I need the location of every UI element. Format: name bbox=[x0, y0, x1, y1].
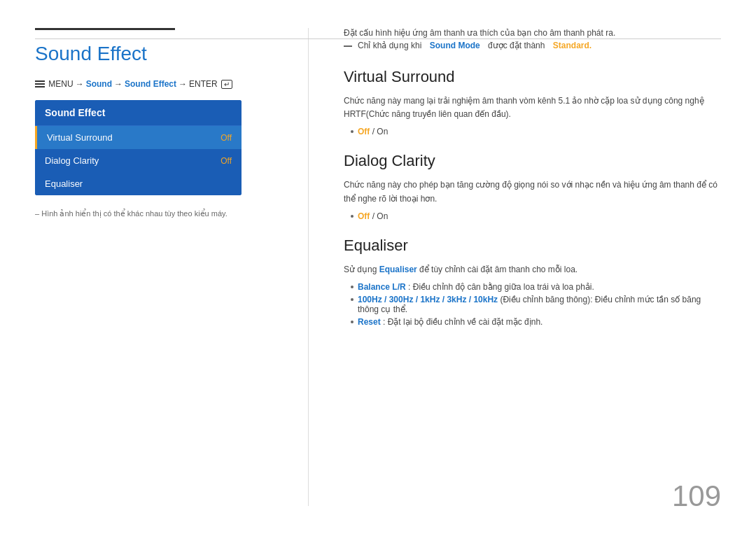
note-sound-mode: Sound Mode bbox=[430, 41, 480, 50]
breadcrumb-sep1: → bbox=[76, 79, 84, 89]
breadcrumb-sound: Sound bbox=[86, 79, 112, 89]
bullet-dot-icon3 bbox=[351, 286, 354, 288]
dialog-clarity-desc: Chức năng này cho phép bạn tăng cường độ… bbox=[344, 178, 721, 205]
dialog-clarity-title: Dialog Clarity bbox=[344, 152, 721, 170]
breadcrumb-enter-label: ENTER bbox=[189, 79, 218, 89]
note-middle: được đặt thành bbox=[488, 41, 545, 50]
breadcrumb-sep2: → bbox=[114, 79, 122, 89]
note-prefix: Chỉ khả dụng khi bbox=[358, 41, 421, 50]
equaliser-bullet-reset: Reset : Đặt lại bộ điều chỉnh về cài đặt… bbox=[351, 317, 721, 327]
equaliser-bullet-balance: Balance L/R : Điều chỉnh độ cân bằng giữ… bbox=[351, 282, 721, 292]
page-number: 109 bbox=[672, 479, 721, 513]
dialog-clarity-off: Off / On bbox=[358, 211, 388, 221]
virtual-surround-title: Virtual Surround bbox=[344, 68, 721, 86]
top-divider bbox=[35, 38, 721, 39]
bullet-dot-icon4 bbox=[351, 298, 354, 301]
dialog-clarity-label: Dialog Clarity bbox=[45, 155, 99, 166]
virtual-surround-off: Off / On bbox=[358, 127, 388, 136]
dialog-clarity-value: Off bbox=[220, 156, 232, 166]
dash-icon bbox=[344, 45, 352, 47]
equaliser-label: Equaliser bbox=[45, 178, 83, 189]
bullet-dot-icon bbox=[351, 130, 354, 133]
right-column: Đặt cấu hình hiệu ứng âm thanh ưa thích … bbox=[309, 28, 721, 506]
menu-item-virtual-surround[interactable]: Virtual Surround Off bbox=[35, 126, 241, 149]
breadcrumb-sound-effect: Sound Effect bbox=[125, 79, 176, 89]
intro-text: Đặt cấu hình hiệu ứng âm thanh ưa thích … bbox=[344, 28, 721, 38]
section-dialog-clarity: Dialog Clarity Chức năng này cho phép bạ… bbox=[344, 152, 721, 220]
equaliser-balance-text: Balance L/R : Điều chỉnh độ cân bằng giữ… bbox=[358, 282, 594, 292]
virtual-surround-label: Virtual Surround bbox=[47, 132, 113, 143]
section-virtual-surround: Virtual Surround Chức năng này mang lại … bbox=[344, 68, 721, 136]
virtual-surround-bullet: Off / On bbox=[351, 127, 721, 136]
footnote: Hình ảnh hiển thị có thể khác nhau tùy t… bbox=[35, 209, 280, 218]
section-equaliser: Equaliser Sử dụng Equaliser để tùy chỉnh… bbox=[344, 237, 721, 327]
breadcrumb-sep3: → bbox=[178, 79, 187, 89]
bullet-dot-icon2 bbox=[351, 215, 354, 218]
page-title: Sound Effect bbox=[35, 43, 280, 65]
equaliser-freq-text: 100Hz / 300Hz / 1kHz / 3kHz / 10kHz (Điề… bbox=[358, 295, 721, 314]
bullet-dot-icon5 bbox=[351, 321, 354, 323]
menu-item-equaliser[interactable]: Equaliser bbox=[35, 172, 241, 195]
equaliser-title: Equaliser bbox=[344, 237, 721, 255]
virtual-surround-value: Off bbox=[220, 133, 232, 143]
menu-label: MENU bbox=[35, 79, 74, 89]
equaliser-bullet-freq: 100Hz / 300Hz / 1kHz / 3kHz / 10kHz (Điề… bbox=[351, 295, 721, 314]
equaliser-reset-text: Reset : Đặt lại bộ điều chỉnh về cài đặt… bbox=[358, 317, 542, 327]
menu-item-dialog-clarity[interactable]: Dialog Clarity Off bbox=[35, 149, 241, 172]
left-column: Sound Effect MENU → Sound → Sound Effect… bbox=[35, 28, 301, 506]
menu-icon bbox=[35, 80, 45, 88]
note-standard: Standard. bbox=[553, 41, 592, 50]
note-text: Chỉ khả dụng khi Sound Mode được đặt thà… bbox=[344, 41, 721, 50]
breadcrumb: MENU → Sound → Sound Effect → ENTER bbox=[35, 79, 280, 89]
virtual-surround-desc: Chức năng này mang lại trải nghiệm âm th… bbox=[344, 94, 721, 121]
menu-box-header: Sound Effect bbox=[35, 100, 241, 126]
dialog-clarity-bullet: Off / On bbox=[351, 211, 721, 221]
enter-icon bbox=[221, 80, 232, 89]
equaliser-desc: Sử dụng Equaliser để tùy chỉnh cài đặt â… bbox=[344, 263, 721, 276]
equaliser-highlight: Equaliser bbox=[379, 265, 417, 274]
title-accent-line bbox=[35, 28, 175, 30]
sound-effect-menu: Sound Effect Virtual Surround Off Dialog… bbox=[35, 100, 241, 195]
